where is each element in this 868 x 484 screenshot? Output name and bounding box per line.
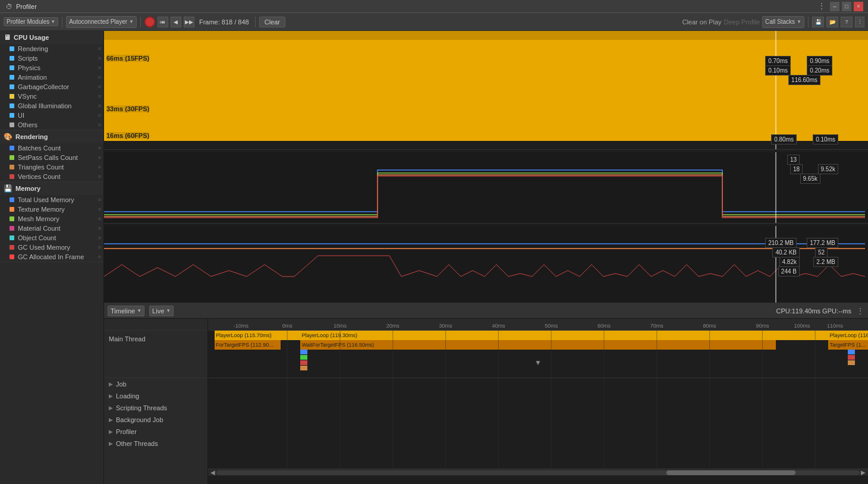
sidebar-item-triangles[interactable]: Triangles Count ≡: [0, 162, 103, 172]
cpu-section-icon: 🖥: [4, 33, 11, 42]
wait-for-target-fps-bar[interactable]: WaitForTargetFPS (116.50ms): [300, 340, 775, 350]
sidebar-item-other-threads[interactable]: ▶ Other Threads: [104, 438, 207, 450]
sidebar-item-rendering[interactable]: Rendering ≡: [0, 44, 103, 54]
record-button[interactable]: [144, 17, 155, 27]
sidebar-item-ui[interactable]: UI ≡: [0, 111, 103, 120]
rendering-section-header[interactable]: 🎨 Rendering: [0, 130, 103, 143]
sidebar-item-vsync[interactable]: VSync ≡: [0, 92, 103, 101]
tooltip-bottom2: 0.10ms: [813, 134, 838, 144]
sidebar-item-scripting[interactable]: ▶ Scripting Threads: [104, 402, 207, 414]
drag-handle: ≡: [98, 84, 101, 90]
next-button[interactable]: ▶▶: [184, 17, 194, 27]
drag-handle: ≡: [98, 112, 101, 118]
tick--10ms: -10ms: [234, 323, 249, 329]
connection-dropdown[interactable]: Autoconnected Player ▼: [66, 16, 137, 28]
tick-60ms: 60ms: [597, 323, 611, 329]
gi-color: [10, 103, 14, 108]
more-icon[interactable]: ⋮: [816, 2, 828, 11]
player-loop-bar-center[interactable]: PlayerLoop (119.30ms): [300, 331, 775, 340]
sidebar-item-scripts[interactable]: Scripts ≡: [0, 54, 103, 63]
tooltip-bottom1: 0.80ms: [771, 134, 797, 144]
sidebar-item-total-memory[interactable]: Total Used Memory ≡: [0, 195, 103, 205]
drag-handle: ≡: [98, 55, 101, 61]
setpass-color: [10, 155, 14, 160]
maximize-button[interactable]: □: [842, 2, 851, 11]
sidebar-item-loading[interactable]: ▶ Loading: [104, 390, 207, 402]
rendering-chart-svg: [104, 152, 868, 223]
scroll-left-arrow[interactable]: ◀: [209, 469, 216, 476]
options-button[interactable]: ⋮: [855, 17, 864, 27]
sidebar-item-gc[interactable]: GarbageCollector ≡: [0, 82, 103, 92]
fps-15-label: 66ms (15FPS): [106, 55, 149, 62]
sidebar-item-others[interactable]: Others ≡: [0, 120, 103, 130]
drag-handle: ≡: [98, 254, 101, 260]
timeline-options-button[interactable]: ⋮: [856, 306, 864, 316]
sidebar-item-gc-alloc[interactable]: GC Allocated In Frame ≡: [0, 252, 103, 262]
help-button[interactable]: ?: [841, 17, 853, 27]
small-block-blue: [300, 350, 307, 354]
for-target-fps-bar-right[interactable]: TargetFPS (1...: [828, 340, 868, 350]
gc-used-color: [10, 245, 14, 250]
small-block-red: [300, 360, 307, 365]
horizontal-scrollbar[interactable]: ◀ ▶: [208, 469, 868, 476]
for-target-fps-bar-left[interactable]: ForTargetFPS (112.90...: [215, 340, 281, 350]
timeline-dropdown-arrow: ▼: [137, 308, 141, 313]
sidebar-item-mesh[interactable]: Mesh Memory ≡: [0, 214, 103, 224]
profiler-modules-button[interactable]: Profiler Modules ▼: [4, 17, 58, 26]
left-sidebar: 🖥 CPU Usage Rendering ≡ Scripts ≡ Physic…: [0, 31, 104, 484]
load-button[interactable]: 📂: [826, 17, 838, 27]
sidebar-item-gc-used[interactable]: GC Used Memory ≡: [0, 243, 103, 252]
sidebar-item-job[interactable]: ▶ Job: [104, 378, 207, 390]
save-button[interactable]: 💾: [812, 17, 824, 27]
sidebar-item-object-count[interactable]: Object Count ≡: [0, 233, 103, 243]
live-dropdown[interactable]: Live ▼: [149, 306, 174, 316]
down-arrow-indicator[interactable]: ▼: [534, 359, 542, 367]
scripting-arrow: ▶: [109, 405, 113, 411]
prev-button[interactable]: ◀: [171, 17, 181, 27]
close-button[interactable]: ×: [854, 2, 863, 11]
object-count-color: [10, 235, 14, 240]
sidebar-item-animation[interactable]: Animation ≡: [0, 73, 103, 82]
live-dropdown-arrow: ▼: [166, 308, 171, 313]
sidebar-item-background[interactable]: ▶ Background Job: [104, 414, 207, 426]
tick-50ms: 50ms: [545, 323, 558, 329]
timeline-dropdown[interactable]: Timeline ▼: [108, 306, 144, 316]
small-block-orange: [300, 366, 307, 370]
memory-chart-section: 210.2 MB 177.2 MB 40.2 KB 52 4.82k 244 B…: [104, 226, 868, 303]
drag-handle: ≡: [98, 244, 101, 250]
sidebar-item-vertices[interactable]: Vertices Count ≡: [0, 172, 103, 181]
cpu-section-header[interactable]: 🖥 CPU Usage: [0, 31, 103, 44]
timeline-bar: Timeline ▼ Live ▼ CPU:119.40ms GPU:--ms …: [104, 303, 868, 319]
memory-tooltip6: 244 B: [778, 266, 800, 276]
other-threads-grid: [208, 378, 868, 467]
tooltip-ms3: 0.10ms: [765, 65, 791, 76]
drag-handle: ≡: [98, 65, 101, 71]
memory-tooltip1: 210.2 MB: [765, 238, 797, 248]
connection-dropdown-arrow: ▼: [129, 19, 134, 24]
scrollbar-thumb[interactable]: [666, 470, 795, 475]
sidebar-item-physics[interactable]: Physics ≡: [0, 63, 103, 73]
call-stacks-dropdown[interactable]: Call Stacks ▼: [762, 16, 804, 28]
sidebar-item-texture[interactable]: Texture Memory ≡: [0, 205, 103, 214]
small-blocks-right: [848, 350, 855, 373]
player-loop-bar-right[interactable]: PlayerLoop (116.700: [828, 331, 868, 340]
minimize-button[interactable]: –: [830, 2, 839, 11]
svg-rect-0: [104, 31, 868, 149]
memory-section-header[interactable]: 💾 Memory: [0, 182, 103, 195]
clear-button[interactable]: Clear: [259, 17, 285, 27]
sidebar-item-material[interactable]: Material Count ≡: [0, 224, 103, 233]
rendering-chart-bg: 18 9.52k 9.65k 13: [104, 152, 868, 223]
cpu-chart-svg: [104, 31, 868, 149]
prev-start-button[interactable]: ⏮: [158, 17, 168, 27]
svg-rect-2: [104, 141, 868, 149]
sidebar-item-setpass[interactable]: SetPass Calls Count ≡: [0, 153, 103, 162]
scroll-right-arrow[interactable]: ▶: [860, 469, 867, 476]
separator-3: [255, 17, 256, 27]
gc-alloc-color: [10, 254, 14, 259]
drag-handle: ≡: [98, 93, 101, 99]
drag-handle: ≡: [98, 145, 101, 151]
sidebar-item-profiler[interactable]: ▶ Profiler: [104, 426, 207, 438]
scrollbar-track[interactable]: [216, 470, 860, 475]
sidebar-item-batches[interactable]: Batches Count ≡: [0, 143, 103, 153]
sidebar-item-gi[interactable]: Global Illumination ≡: [0, 101, 103, 111]
